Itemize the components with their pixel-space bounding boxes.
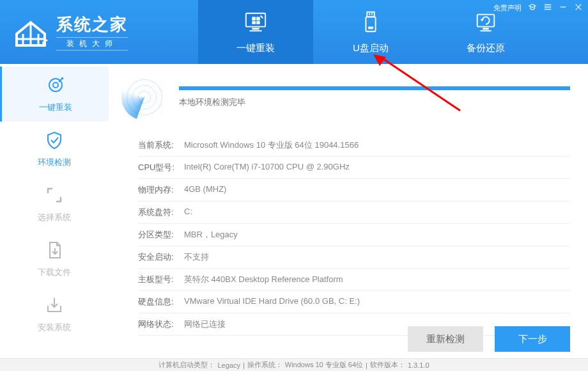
svg-rect-8: [256, 21, 260, 24]
top-nav-label: 备份还原: [467, 42, 505, 54]
info-value: 4GB (MHZ): [184, 184, 226, 196]
info-row: 安全启动:不支持: [138, 246, 570, 269]
scan-row: 本地环境检测完毕: [121, 72, 570, 123]
graduate-icon[interactable]: [528, 3, 537, 13]
svg-point-18: [53, 83, 58, 88]
sidebar-item-label: 环境检测: [38, 157, 71, 168]
svg-point-0: [42, 42, 45, 44]
svg-rect-15: [483, 28, 489, 30]
top-nav-usb-boot[interactable]: U盘启动: [313, 0, 428, 64]
svg-rect-3: [252, 28, 259, 30]
info-value: 英特尔 440BX Desktop Reference Platform: [184, 274, 343, 285]
footer-boot-label: 计算机启动类型：: [159, 360, 215, 370]
info-value: 网络已连接: [184, 319, 226, 330]
menu-icon[interactable]: [543, 3, 552, 13]
radar-icon: [121, 74, 167, 120]
svg-rect-11: [371, 13, 373, 15]
info-label: 网络状态:: [138, 319, 184, 330]
svg-rect-7: [252, 21, 256, 24]
top-nav-label: U盘启动: [353, 42, 389, 54]
svg-rect-13: [368, 27, 373, 29]
info-row: 硬盘信息:VMware Virtual IDE Hard Drive (60.0…: [138, 291, 570, 313]
info-label: CPU型号:: [138, 162, 184, 173]
reinstall-icon: [244, 10, 268, 36]
footer: 计算机启动类型： Legacy | 操作系统： Windows 10 专业版 6…: [0, 358, 588, 371]
minimize-icon[interactable]: [559, 3, 568, 13]
footer-os-label: 操作系统：: [247, 360, 282, 370]
info-label: 物理内存:: [138, 184, 184, 196]
svg-rect-5: [252, 17, 256, 20]
info-label: 系统盘符:: [138, 207, 184, 218]
sidebar-item-download[interactable]: 下载文件: [0, 232, 109, 287]
corner-bracket-icon: [45, 186, 64, 207]
app-logo-icon: [12, 16, 50, 48]
svg-rect-4: [250, 30, 262, 31]
sidebar: 一键重装 环境检测 选择系统 下载文件 安装系统: [0, 64, 109, 358]
main-panel: 本地环境检测完毕 当前系统:Microsoft Windows 10 专业版 6…: [109, 64, 588, 358]
info-row: 主板型号:英特尔 440BX Desktop Reference Platfor…: [138, 269, 570, 291]
info-label: 硬盘信息:: [138, 296, 184, 308]
top-nav-reinstall[interactable]: 一键重装: [198, 0, 313, 64]
info-value: Intel(R) Core(TM) i7-10700 CPU @ 2.90GHz: [184, 162, 350, 173]
info-row: 当前系统:Microsoft Windows 10 专业版 64位 19044.…: [138, 134, 570, 157]
sidebar-item-env-check[interactable]: 环境检测: [0, 122, 109, 177]
info-table: 当前系统:Microsoft Windows 10 专业版 64位 19044.…: [138, 134, 570, 336]
shield-check-icon: [45, 130, 64, 152]
svg-rect-16: [480, 30, 491, 31]
sidebar-item-label: 选择系统: [38, 212, 71, 223]
info-label: 安全启动:: [138, 251, 184, 263]
app-subtitle: 装机大师: [56, 37, 128, 51]
sidebar-item-reinstall[interactable]: 一键重装: [0, 67, 109, 122]
footer-ver-value: 1.3.1.0: [408, 361, 429, 369]
info-row: CPU型号:Intel(R) Core(TM) i7-10700 CPU @ 2…: [138, 157, 570, 179]
sidebar-item-install[interactable]: 安装系统: [0, 287, 109, 342]
info-value: VMware Virtual IDE Hard Drive (60.0 GB, …: [184, 296, 360, 308]
download-file-icon: [45, 241, 64, 262]
info-value: 不支持: [184, 251, 209, 263]
svg-rect-12: [366, 17, 375, 31]
info-label: 当前系统:: [138, 139, 184, 151]
info-label: 分区类型:: [138, 229, 184, 241]
sidebar-item-select-system[interactable]: 选择系统: [0, 177, 109, 232]
inbox-download-icon: [45, 296, 64, 317]
info-row: 分区类型:MBR，Legacy: [138, 224, 570, 246]
app-title: 系统之家: [56, 13, 128, 36]
target-icon: [46, 75, 65, 97]
usb-boot-icon: [359, 10, 383, 36]
window-controls: 免责声明: [493, 3, 583, 13]
sidebar-item-label: 安装系统: [38, 322, 71, 333]
logo-area: 系统之家 装机大师: [0, 0, 198, 64]
footer-boot-value: Legacy: [217, 361, 240, 369]
info-value: Microsoft Windows 10 专业版 64位 19044.1566: [184, 139, 359, 151]
next-button[interactable]: 下一步: [495, 326, 570, 352]
info-row: 物理内存:4GB (MHZ): [138, 179, 570, 201]
info-label: 主板型号:: [138, 274, 184, 285]
progress-bar: [179, 86, 570, 90]
svg-rect-6: [256, 17, 260, 20]
footer-os-value: Windows 10 专业版 64位: [285, 360, 363, 370]
svg-rect-10: [369, 13, 370, 15]
info-row: 系统盘符:C:: [138, 201, 570, 224]
header: 系统之家 装机大师 一键重装 U盘启动 备份还原 免责声明: [0, 0, 588, 64]
rescan-button[interactable]: 重新检测: [408, 326, 483, 352]
scan-status-text: 本地环境检测完毕: [179, 97, 570, 108]
sidebar-item-label: 一键重装: [39, 102, 72, 113]
info-value: C:: [184, 207, 192, 218]
sidebar-item-label: 下载文件: [38, 267, 71, 278]
action-row: 重新检测 下一步: [408, 326, 570, 352]
svg-point-1: [46, 40, 48, 42]
info-value: MBR，Legacy: [184, 229, 238, 241]
svg-rect-9: [367, 12, 374, 17]
footer-ver-label: 软件版本：: [370, 360, 405, 370]
close-icon[interactable]: [574, 3, 583, 13]
disclaimer-link[interactable]: 免责声明: [493, 3, 522, 13]
top-nav-label: 一键重装: [236, 42, 275, 54]
backup-restore-icon: [474, 10, 498, 36]
